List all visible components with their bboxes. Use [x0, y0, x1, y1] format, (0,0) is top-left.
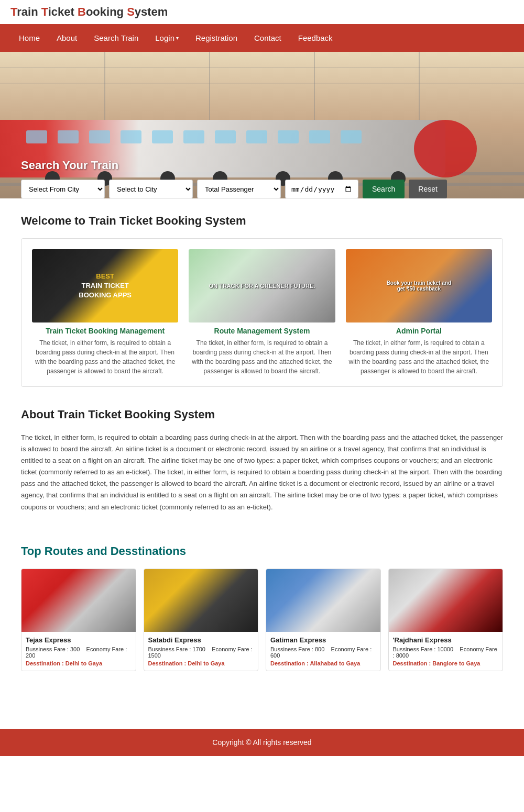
route-tejas: Tejas Express Bussiness Fare : 300 Econo… — [21, 569, 136, 671]
route-img-gatiman — [266, 569, 380, 632]
routes-section: Top Routes and Desstinations Tejas Expre… — [0, 529, 524, 687]
svg-rect-5 — [26, 130, 47, 143]
route-dest-gatiman: Desstination : Allahabad to Gaya — [270, 660, 376, 666]
card-title-route: Route Management System — [189, 327, 335, 335]
route-name-gatiman: Gatiman Express — [270, 636, 376, 644]
route-name-satabdi: Satabdi Express — [148, 636, 254, 644]
welcome-title: Welcome to Train Ticket Booking System — [21, 214, 503, 228]
about-section: About Train Ticket Booking System The ti… — [0, 403, 524, 529]
svg-rect-12 — [246, 130, 267, 143]
svg-rect-9 — [152, 130, 173, 143]
nav-search-train[interactable]: Search Train — [85, 24, 147, 52]
route-satabdi: Satabdi Express Bussiness Fare : 1700 Ec… — [144, 569, 259, 671]
routes-grid: Tejas Express Bussiness Fare : 300 Econo… — [21, 569, 503, 671]
about-title: About Train Ticket Booking System — [21, 408, 503, 421]
route-fares-gatiman: Bussiness Fare : 800 Economy Fare : 600 — [270, 646, 376, 659]
passenger-select[interactable]: Total Passenger — [197, 180, 281, 198]
svg-rect-7 — [89, 130, 110, 143]
card-img-ticket: BESTTRAIN TICKETBOOKING APPS — [32, 249, 178, 322]
navbar: Home About Search Train Login ▾ Registra… — [0, 24, 524, 52]
card-title-admin: Admin Portal — [346, 327, 492, 335]
route-img-tejas — [21, 569, 136, 632]
route-fares-rajdhani: Bussiness Fare : 10000 Economy Fare : 80… — [393, 646, 499, 659]
card-title-ticket: Train Ticket Booking Management — [32, 327, 178, 335]
search-bar: Select From City Select to City Total Pa… — [21, 180, 503, 198]
svg-rect-13 — [278, 130, 299, 143]
hero-title: Search Your Train — [21, 159, 503, 172]
welcome-section: Welcome to Train Ticket Booking System B… — [0, 198, 524, 403]
route-dest-rajdhani: Desstination : Banglore to Gaya — [393, 660, 499, 666]
svg-rect-14 — [309, 130, 330, 143]
nav-registration[interactable]: Registration — [187, 24, 246, 52]
nav-login[interactable]: Login ▾ — [147, 24, 187, 52]
svg-rect-8 — [121, 130, 141, 143]
from-city-select[interactable]: Select From City — [21, 180, 105, 198]
route-fares-tejas: Bussiness Fare : 300 Economy Fare : 200 — [26, 646, 132, 659]
route-dest-satabdi: Desstination : Delhi to Gaya — [148, 660, 254, 666]
reset-button[interactable]: Reset — [409, 180, 447, 198]
card-desc-route: The ticket, in either form, is required … — [189, 338, 335, 376]
search-button[interactable]: Search — [363, 180, 405, 198]
site-title: Train Ticket Booking System — [0, 0, 524, 24]
chevron-down-icon: ▾ — [176, 35, 179, 41]
routes-title: Top Routes and Desstinations — [21, 544, 503, 558]
route-img-satabdi — [144, 569, 258, 632]
nav-about[interactable]: About — [48, 24, 85, 52]
card-admin: Book your train ticket andget ₹50 cashba… — [346, 249, 492, 376]
card-ticket-booking: BESTTRAIN TICKETBOOKING APPS Train Ticke… — [32, 249, 178, 376]
about-text: The ticket, in either form, is required … — [21, 432, 503, 513]
svg-rect-15 — [341, 130, 362, 143]
card-route: ON TRACK FOR A GREENER FUTURE. Route Man… — [189, 249, 335, 376]
nav-feedback[interactable]: Feedback — [290, 24, 341, 52]
nav-home[interactable]: Home — [10, 24, 48, 52]
route-gatiman: Gatiman Express Bussiness Fare : 800 Eco… — [266, 569, 381, 671]
footer: Copyright © All rights reserved — [0, 729, 524, 756]
route-fares-satabdi: Bussiness Fare : 1700 Economy Fare : 150… — [148, 646, 254, 659]
card-img-admin: Book your train ticket andget ₹50 cashba… — [346, 249, 492, 322]
svg-rect-11 — [215, 130, 236, 143]
svg-rect-6 — [58, 130, 79, 143]
route-name-rajdhani: 'Rajdhani Express — [393, 636, 499, 644]
card-desc-admin: The ticket, in either form, is required … — [346, 338, 492, 376]
footer-text: Copyright © All rights reserved — [212, 738, 311, 747]
card-desc-ticket: The ticket, in either form, is required … — [32, 338, 178, 376]
date-input[interactable] — [285, 180, 358, 198]
route-name-tejas: Tejas Express — [26, 636, 132, 644]
card-img-route: ON TRACK FOR A GREENER FUTURE. — [189, 249, 335, 322]
route-rajdhani: 'Rajdhani Express Bussiness Fare : 10000… — [388, 569, 504, 671]
to-city-select[interactable]: Select to City — [109, 180, 193, 198]
feature-cards: BESTTRAIN TICKETBOOKING APPS Train Ticke… — [21, 238, 503, 387]
route-dest-tejas: Desstination : Delhi to Gaya — [26, 660, 132, 666]
svg-rect-10 — [183, 130, 204, 143]
route-img-rajdhani — [389, 569, 503, 632]
hero-section: Search Your Train Select From City Selec… — [0, 52, 524, 198]
nav-contact[interactable]: Contact — [246, 24, 290, 52]
